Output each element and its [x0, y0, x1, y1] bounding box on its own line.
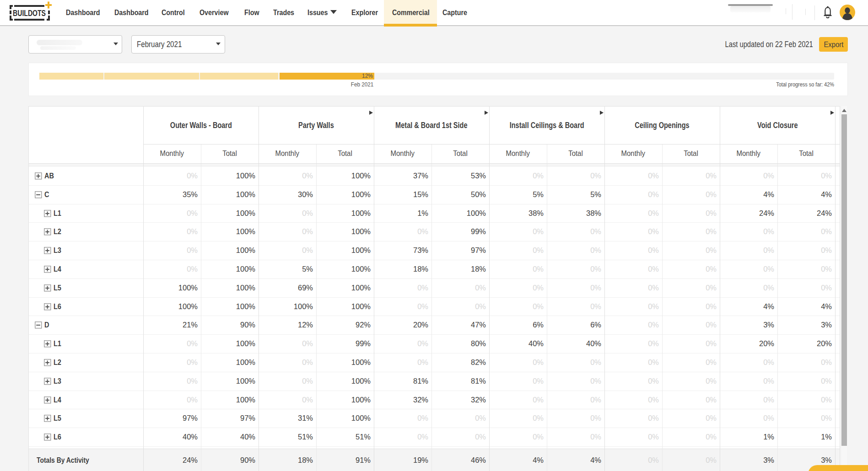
svg-text:BUILDOTS: BUILDOTS [13, 8, 46, 17]
